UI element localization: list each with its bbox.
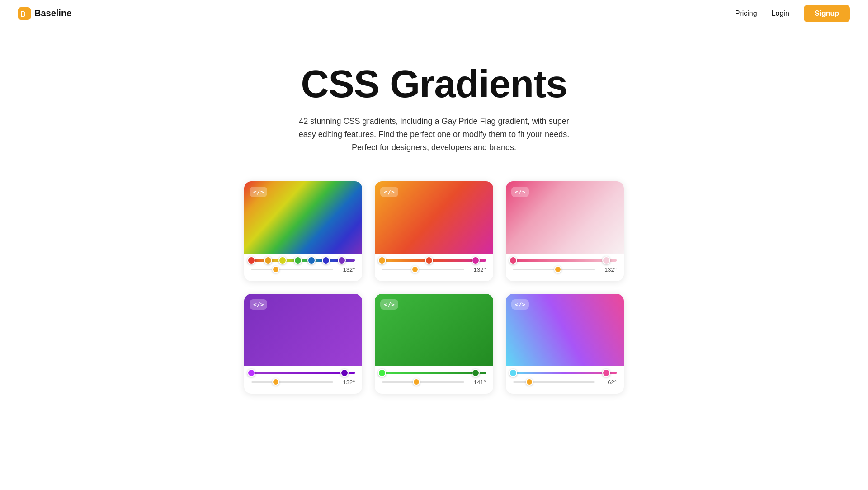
stop-dot-rainbow-3[interactable] — [294, 256, 302, 264]
stop-dot-orange-red-1[interactable] — [425, 256, 433, 264]
code-badge-orange-red[interactable]: </> — [380, 187, 398, 197]
stop-track-rainbow[interactable] — [251, 259, 355, 262]
page-title: CSS Gradients — [9, 63, 859, 104]
angle-slider-track-purple[interactable] — [251, 381, 333, 383]
angle-row-cyan-pink: 62° — [506, 376, 624, 387]
angle-label-rainbow: 132° — [337, 266, 355, 273]
stop-dot-orange-red-0[interactable] — [378, 256, 386, 264]
gradient-preview-purple: </> — [244, 294, 362, 366]
code-badge-cyan-pink[interactable]: </> — [511, 299, 529, 310]
angle-slider-thumb-orange-red[interactable] — [411, 266, 419, 273]
stop-dot-rainbow-4[interactable] — [307, 256, 316, 264]
pricing-link[interactable]: Pricing — [735, 9, 757, 18]
angle-label-green: 141° — [468, 379, 486, 386]
stop-dot-green-0[interactable] — [378, 369, 386, 377]
hero-subtitle: 42 stunning CSS gradients, including a G… — [298, 115, 570, 154]
gradient-preview-orange-red: </> — [375, 181, 493, 254]
stop-dot-rainbow-0[interactable] — [247, 256, 255, 264]
navbar: B Baseline Pricing Login Signup — [0, 0, 868, 27]
angle-slider-track-green[interactable] — [382, 381, 464, 383]
stop-dot-purple-0[interactable] — [247, 369, 255, 377]
stop-track-cyan-pink[interactable] — [513, 372, 617, 374]
logo-text: Baseline — [34, 8, 71, 19]
angle-slider-thumb-cyan-pink[interactable] — [526, 378, 533, 386]
gradient-preview-green: </> — [375, 294, 493, 366]
nav-actions: Pricing Login Signup — [735, 5, 850, 22]
gradient-preview-rainbow: </> — [244, 181, 362, 254]
angle-row-rainbow: 132° — [244, 264, 362, 275]
gradient-preview-cyan-pink: </> — [506, 294, 624, 366]
hero-section: CSS Gradients 42 stunning CSS gradients,… — [0, 27, 868, 181]
angle-slider-thumb-rainbow[interactable] — [272, 266, 279, 273]
angle-slider-thumb-purple[interactable] — [272, 378, 279, 386]
stop-dot-rainbow-6[interactable] — [338, 256, 346, 264]
stop-track-pink-white[interactable] — [513, 259, 617, 262]
stop-track-purple[interactable] — [251, 372, 355, 374]
stop-track-orange-red[interactable] — [382, 259, 486, 262]
angle-slider-thumb-pink-white[interactable] — [554, 266, 561, 273]
stop-dot-rainbow-2[interactable] — [278, 256, 287, 264]
stop-dot-pink-white-1[interactable] — [602, 256, 610, 264]
angle-slider-track-pink-white[interactable] — [513, 269, 595, 270]
stop-track-green[interactable] — [382, 372, 486, 374]
gradient-card-green: </>141° — [375, 294, 493, 394]
angle-row-orange-red: 132° — [375, 264, 493, 275]
gradient-card-pink-white: </>132° — [506, 181, 624, 281]
code-badge-rainbow[interactable]: </> — [250, 187, 267, 197]
gradient-card-orange-red: </>132° — [375, 181, 493, 281]
stop-dot-pink-white-0[interactable] — [509, 256, 517, 264]
code-badge-green[interactable]: </> — [380, 299, 398, 310]
color-stops-green — [375, 366, 493, 376]
angle-slider-track-cyan-pink[interactable] — [513, 381, 595, 383]
logo-icon: B — [18, 7, 31, 20]
color-stops-rainbow — [244, 254, 362, 264]
angle-row-pink-white: 132° — [506, 264, 624, 275]
logo[interactable]: B Baseline — [18, 7, 71, 20]
stop-dot-purple-1[interactable] — [340, 369, 349, 377]
color-stops-purple — [244, 366, 362, 376]
angle-row-purple: 132° — [244, 376, 362, 387]
gradient-card-purple: </>132° — [244, 294, 362, 394]
gradient-grid: </>132°</>132°</>132°</>132°</>141°</>62… — [235, 181, 633, 421]
stop-dot-rainbow-1[interactable] — [264, 256, 272, 264]
gradient-card-cyan-pink: </>62° — [506, 294, 624, 394]
angle-row-green: 141° — [375, 376, 493, 387]
stop-dot-green-1[interactable] — [472, 369, 480, 377]
angle-label-purple: 132° — [337, 379, 355, 386]
stop-dot-rainbow-5[interactable] — [322, 256, 330, 264]
color-stops-pink-white — [506, 254, 624, 264]
code-badge-purple[interactable]: </> — [250, 299, 267, 310]
angle-label-cyan-pink: 62° — [599, 379, 617, 386]
gradient-card-rainbow: </>132° — [244, 181, 362, 281]
angle-slider-track-rainbow[interactable] — [251, 269, 333, 270]
angle-label-orange-red: 132° — [468, 266, 486, 273]
angle-slider-thumb-green[interactable] — [413, 378, 420, 386]
login-link[interactable]: Login — [772, 9, 789, 18]
gradient-preview-pink-white: </> — [506, 181, 624, 254]
color-stops-cyan-pink — [506, 366, 624, 376]
color-stops-orange-red — [375, 254, 493, 264]
code-badge-pink-white[interactable]: </> — [511, 187, 529, 197]
svg-text:B: B — [20, 10, 26, 18]
stop-dot-orange-red-2[interactable] — [472, 256, 480, 264]
stop-dot-cyan-pink-1[interactable] — [602, 369, 610, 377]
angle-label-pink-white: 132° — [599, 266, 617, 273]
angle-slider-track-orange-red[interactable] — [382, 269, 464, 270]
signup-button[interactable]: Signup — [804, 5, 850, 22]
stop-dot-cyan-pink-0[interactable] — [509, 369, 517, 377]
